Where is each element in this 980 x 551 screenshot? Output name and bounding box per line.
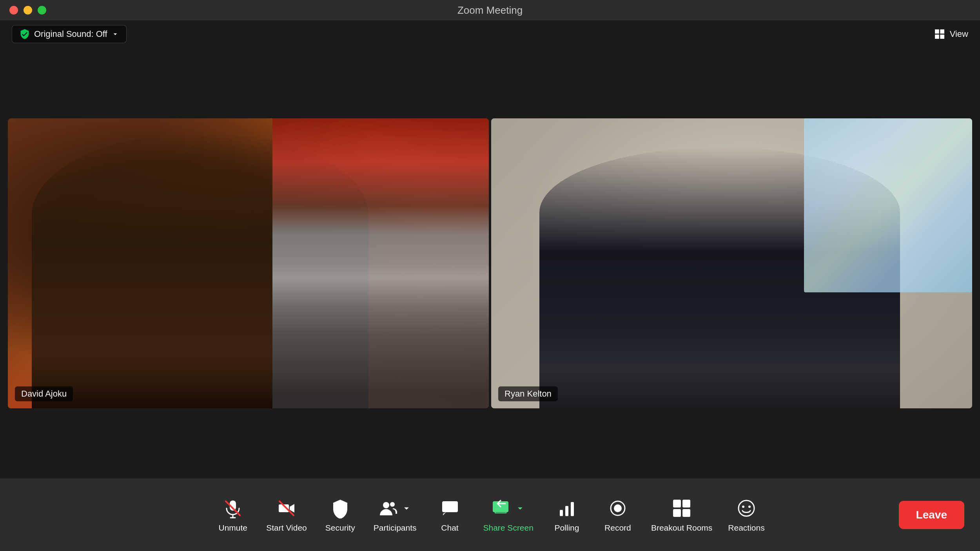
chevron-down-icon — [111, 30, 119, 38]
fullscreen-button[interactable] — [38, 6, 46, 14]
record-icon — [607, 497, 629, 519]
participant-video-david: David Ajoku — [8, 118, 489, 408]
svg-point-6 — [383, 502, 389, 508]
video-area: David Ajoku Ryan Kelton — [0, 48, 980, 478]
unmute-button[interactable]: Unmute — [207, 490, 258, 540]
breakout-rooms-label: Breakout Rooms — [651, 523, 712, 533]
participant-video-ryan: Ryan Kelton — [491, 118, 972, 408]
top-bar: Original Sound: Off View — [0, 20, 980, 48]
share-screen-caret-icon — [515, 503, 526, 514]
minimize-button[interactable] — [24, 6, 32, 14]
reactions-icon — [735, 497, 757, 519]
security-icon — [329, 497, 351, 519]
polling-label: Polling — [554, 523, 579, 533]
video-off-icon — [276, 497, 298, 519]
grid-icon — [933, 28, 946, 40]
svg-rect-19 — [682, 509, 690, 517]
start-video-button[interactable]: Start Video — [258, 490, 315, 540]
participant-name-ryan: Ryan Kelton — [498, 386, 558, 401]
unmute-label: Unmute — [219, 523, 248, 533]
participants-label: Participants — [374, 523, 417, 533]
title-bar: Zoom Meeting — [0, 0, 980, 20]
security-label: Security — [325, 523, 355, 533]
share-screen-button[interactable]: Share Screen — [475, 490, 541, 540]
polling-button[interactable]: Polling — [541, 490, 592, 540]
breakout-rooms-icon — [671, 497, 693, 519]
original-sound-label: Original Sound: Off — [34, 29, 107, 39]
view-label: View — [950, 29, 968, 39]
svg-rect-11 — [560, 510, 563, 516]
svg-rect-18 — [673, 509, 681, 517]
svg-point-15 — [614, 504, 622, 512]
original-sound-button[interactable]: Original Sound: Off — [12, 25, 127, 43]
svg-point-20 — [739, 500, 754, 516]
close-button[interactable] — [9, 6, 18, 14]
participants-caret-icon — [401, 503, 412, 514]
polling-icon — [556, 497, 578, 519]
shield-icon — [19, 29, 30, 40]
svg-rect-12 — [565, 506, 568, 516]
svg-rect-17 — [682, 500, 690, 508]
window-title: Zoom Meeting — [457, 4, 523, 16]
record-button[interactable]: Record — [592, 490, 643, 540]
chat-icon — [439, 497, 461, 519]
reactions-label: Reactions — [728, 523, 764, 533]
security-button[interactable]: Security — [315, 490, 366, 540]
svg-rect-13 — [571, 502, 574, 516]
participants-button[interactable]: Participants — [366, 490, 425, 540]
svg-point-7 — [390, 502, 395, 507]
traffic-lights[interactable] — [9, 6, 46, 14]
share-screen-icon — [497, 497, 519, 519]
chat-label: Chat — [441, 523, 458, 533]
participant-name-david: David Ajoku — [15, 386, 73, 401]
svg-rect-8 — [442, 501, 458, 512]
reactions-button[interactable]: Reactions — [720, 490, 772, 540]
svg-point-22 — [748, 506, 751, 508]
record-label: Record — [604, 523, 631, 533]
start-video-label: Start Video — [266, 523, 307, 533]
participants-icon — [384, 497, 406, 519]
toolbar: Unmute Start Video Security — [0, 478, 980, 551]
breakout-rooms-button[interactable]: Breakout Rooms — [643, 490, 720, 540]
svg-point-21 — [742, 506, 744, 508]
share-screen-label: Share Screen — [483, 523, 534, 533]
chat-button[interactable]: Chat — [425, 490, 475, 540]
svg-rect-16 — [673, 500, 681, 508]
leave-button[interactable]: Leave — [899, 501, 964, 529]
view-button[interactable]: View — [933, 28, 968, 40]
microphone-muted-icon — [222, 497, 244, 519]
